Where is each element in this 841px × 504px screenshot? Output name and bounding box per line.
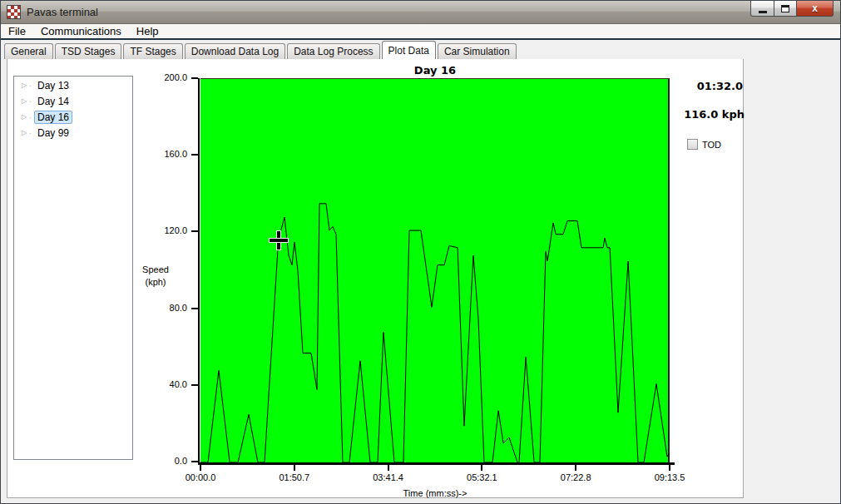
x-tick-mark — [575, 465, 576, 471]
speed-trace — [200, 204, 670, 462]
cursor-time-readout: 01:32.0 — [686, 80, 743, 92]
tree-item-label: Day 14 — [34, 95, 72, 108]
y-tick-label: 120.0 — [129, 225, 187, 235]
y-tick-mark — [191, 154, 198, 156]
y-tick-label: 80.0 — [129, 303, 187, 313]
tree-item-day-14[interactable]: ▷·Day 14 — [19, 94, 131, 108]
app-window: Pavas terminal x File Communications Hel… — [0, 0, 841, 504]
x-tick-mark — [669, 465, 670, 471]
title-bar[interactable]: Pavas terminal x — [1, 1, 840, 24]
menu-bar: File Communications Help — [1, 24, 840, 40]
window-controls: x — [750, 1, 834, 17]
day-tree: ▷·Day 13▷·Day 14▷·Day 16▷·Day 99 — [13, 76, 133, 460]
expand-arrow-icon[interactable]: ▷ — [19, 113, 29, 121]
tree-item-day-99[interactable]: ▷·Day 99 — [19, 126, 131, 140]
speed-plot-svg — [200, 79, 670, 462]
tree-item-day-13[interactable]: ▷·Day 13 — [19, 78, 131, 92]
close-button[interactable]: x — [796, 1, 834, 17]
tod-option: TOD — [687, 139, 721, 150]
y-tick-mark — [191, 461, 198, 462]
x-tick-label: 05:32.1 — [455, 472, 508, 482]
y-tick-mark — [191, 384, 198, 386]
app-icon — [7, 5, 21, 19]
x-tick-label: 00:00.0 — [174, 472, 227, 482]
x-tick-label: 09:13.5 — [643, 472, 696, 482]
x-tick-mark — [388, 465, 389, 471]
menu-communications[interactable]: Communications — [33, 24, 129, 38]
close-icon: x — [812, 2, 818, 14]
y-tick-mark — [191, 308, 198, 309]
menu-help[interactable]: Help — [129, 24, 166, 38]
y-axis-title: Speed (kph) — [130, 264, 181, 289]
x-tick-mark — [481, 465, 482, 471]
expand-arrow-icon[interactable]: ▷ — [19, 97, 29, 105]
expand-arrow-icon[interactable]: ▷ — [19, 82, 29, 89]
x-tick-label: 01:50.7 — [268, 472, 321, 482]
chart-title: Day 16 — [200, 64, 670, 77]
tab-car-simulation[interactable]: Car Simulation — [438, 43, 517, 59]
tree-item-label: Day 99 — [34, 126, 72, 140]
tab-tsd-stages[interactable]: TSD Stages — [55, 43, 122, 59]
tab-download-data-log[interactable]: Download Data Log — [185, 43, 285, 59]
y-tick-label: 0.0 — [129, 456, 187, 466]
tab-plot-data[interactable]: Plot Data — [382, 41, 436, 59]
tab-tf-stages[interactable]: TF Stages — [123, 43, 182, 59]
y-tick-label: 200.0 — [129, 72, 187, 82]
window-title: Pavas terminal — [27, 6, 98, 18]
tree-item-day-16[interactable]: ▷·Day 16 — [19, 110, 131, 124]
tree-item-label: Day 16 — [34, 111, 72, 124]
tab-general[interactable]: General — [4, 43, 53, 59]
x-tick-label: 07:22.8 — [549, 472, 602, 482]
y-axis-line — [198, 78, 200, 462]
cursor-speed-readout: 116.0 kph — [673, 108, 745, 121]
y-tick-mark — [191, 230, 198, 232]
x-tick-mark — [200, 465, 201, 471]
plot-data-panel: ▷·Day 13▷·Day 14▷·Day 16▷·Day 99 Day 16 … — [7, 59, 744, 498]
menu-file[interactable]: File — [1, 24, 33, 38]
expand-arrow-icon[interactable]: ▷ — [19, 129, 29, 136]
y-tick-label: 40.0 — [129, 379, 187, 389]
x-tick-label: 03:41.4 — [362, 472, 415, 482]
tod-checkbox[interactable] — [687, 139, 698, 150]
minimize-icon — [759, 11, 767, 13]
tree-item-label: Day 13 — [34, 79, 72, 92]
tab-data-log-process[interactable]: Data Log Process — [287, 43, 379, 59]
maximize-icon — [781, 5, 789, 12]
minimize-button[interactable] — [750, 1, 774, 17]
y-tick-label: 160.0 — [129, 149, 187, 159]
tab-bar: GeneralTSD StagesTF StagesDownload Data … — [1, 42, 840, 59]
x-axis-line — [198, 462, 675, 465]
maximize-button[interactable] — [774, 1, 797, 17]
tod-checkbox-label: TOD — [702, 140, 721, 150]
plot-area[interactable] — [200, 78, 670, 462]
x-tick-mark — [294, 465, 295, 471]
x-axis-title: Time (mm:ss)-> — [200, 488, 670, 498]
y-tick-mark — [191, 77, 198, 79]
